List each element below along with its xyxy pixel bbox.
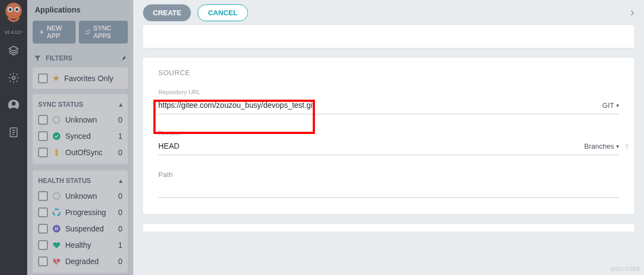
svg-point-7 [11, 102, 15, 106]
filter-count: 0 [118, 224, 122, 233]
chevron-up-icon[interactable]: ▴ [119, 177, 122, 185]
filters-header: FILTERS [27, 49, 133, 68]
revision-type-select[interactable]: Branches ▾ [584, 142, 619, 152]
favorites-label: Favorites Only [64, 74, 113, 83]
sync-status-label: SYNC STATUS [38, 101, 83, 108]
caret-down-icon: ▾ [616, 102, 619, 108]
path-input[interactable] [158, 182, 619, 195]
panel-above [143, 25, 634, 48]
svg-point-4 [16, 8, 18, 11]
status-icon [52, 148, 61, 157]
filter-row-unknown[interactable]: Unknown0 [33, 112, 128, 128]
caret-down-icon: ▾ [616, 143, 619, 149]
repo-url-input[interactable] [158, 99, 591, 112]
filter-label: Unknown [65, 115, 97, 124]
version-label: v2.4.11+ [4, 27, 23, 37]
filter-label: Healthy [65, 241, 91, 249]
checkbox[interactable] [38, 207, 48, 217]
svg-point-3 [9, 8, 11, 11]
status-icon [52, 208, 61, 217]
filter-count: 0 [118, 208, 122, 217]
checkbox[interactable] [38, 131, 48, 141]
repo-url-field: Repository URL GIT ▾ [158, 89, 619, 114]
panel-below [143, 224, 634, 231]
checkbox[interactable] [38, 256, 48, 266]
filter-label: Unknown [65, 192, 97, 200]
filter-row-suspended[interactable]: Suspended0 [33, 221, 128, 237]
chevron-up-icon[interactable]: ▴ [119, 101, 122, 108]
filter-label: Synced [65, 132, 91, 140]
page-title: Applications [27, 0, 133, 19]
filter-row-degraded[interactable]: Degraded0 [33, 253, 128, 270]
status-icon [52, 132, 61, 140]
filter-label: Suspended [65, 224, 104, 233]
sidebar: Applications NEW APP SYNC APPS FILTERS ★… [27, 0, 133, 275]
filter-icon [34, 54, 41, 62]
filter-label: OutOfSync [65, 148, 102, 157]
filters-label: FILTERS [46, 54, 72, 62]
repo-type-label: GIT [602, 101, 614, 109]
docs-icon[interactable] [0, 119, 27, 146]
status-icon [52, 224, 61, 233]
favorites-checkbox[interactable] [38, 74, 48, 83]
source-panel: SOURCE Repository URL GIT ▾ Revision Bra… [143, 58, 634, 214]
filter-count: 1 [118, 132, 122, 140]
filter-count: 1 [118, 241, 122, 249]
checkbox[interactable] [38, 224, 48, 234]
health-status-label: HEALTH STATUS [38, 177, 91, 185]
layers-icon[interactable] [0, 37, 27, 64]
health-status-group: HEALTH STATUS ▴ Unknown0Progressing0Susp… [33, 170, 128, 273]
filter-count: 0 [118, 257, 122, 266]
icon-rail: v2.4.11+ [0, 0, 27, 275]
create-button[interactable]: CREATE [143, 4, 191, 21]
status-icon [52, 115, 61, 124]
close-icon[interactable]: › [630, 5, 634, 20]
filter-row-healthy[interactable]: Healthy1 [33, 237, 128, 253]
revision-input[interactable] [158, 139, 573, 152]
argo-logo [0, 0, 27, 27]
source-title: SOURCE [158, 69, 619, 77]
repo-url-label: Repository URL [158, 89, 619, 95]
status-icon [52, 192, 61, 200]
star-icon: ★ [52, 73, 60, 83]
svg-point-11 [53, 193, 60, 199]
user-icon[interactable] [0, 91, 27, 119]
status-icon [52, 241, 61, 249]
svg-point-5 [12, 76, 15, 80]
svg-point-12 [53, 209, 60, 216]
sync-apps-label: SYNC APPS [93, 25, 121, 40]
gear-icon[interactable] [0, 64, 27, 91]
new-app-button[interactable]: NEW APP [33, 21, 76, 44]
watermark: @51CTO博客 [610, 266, 641, 273]
main-panel: CREATE CANCEL › SOURCE Repository URL GI… [133, 0, 644, 275]
filter-count: 0 [118, 192, 122, 200]
revision-type-label: Branches [584, 142, 614, 150]
checkbox[interactable] [38, 148, 48, 157]
checkbox[interactable] [38, 191, 48, 201]
filter-label: Degraded [65, 257, 99, 266]
svg-rect-15 [57, 227, 58, 230]
help-icon[interactable]: ? [624, 143, 629, 151]
checkbox[interactable] [38, 115, 48, 125]
sync-apps-button[interactable]: SYNC APPS [79, 21, 128, 44]
svg-point-13 [53, 225, 60, 233]
filter-row-synced[interactable]: Synced1 [33, 128, 128, 144]
filter-count: 0 [118, 115, 122, 124]
sync-status-group: SYNC STATUS ▴ Unknown0Synced1OutOfSync0 [33, 94, 128, 164]
favorites-row[interactable]: ★ Favorites Only [33, 68, 128, 89]
revision-field: Revision Branches ▾ ? [158, 130, 619, 155]
topbar: CREATE CANCEL › [133, 0, 644, 25]
checkbox[interactable] [38, 240, 48, 250]
pin-icon[interactable] [120, 55, 127, 62]
filter-row-unknown[interactable]: Unknown0 [33, 188, 128, 204]
status-icon [52, 257, 61, 266]
svg-point-9 [53, 117, 60, 123]
filter-row-outofsync[interactable]: OutOfSync0 [33, 144, 128, 161]
path-field: Path [158, 170, 619, 198]
repo-type-select[interactable]: GIT ▾ [602, 101, 619, 112]
filter-row-progressing[interactable]: Progressing0 [33, 204, 128, 221]
svg-rect-14 [55, 227, 57, 230]
filter-count: 0 [118, 148, 122, 157]
cancel-button[interactable]: CANCEL [197, 4, 247, 21]
revision-label: Revision [158, 130, 619, 136]
